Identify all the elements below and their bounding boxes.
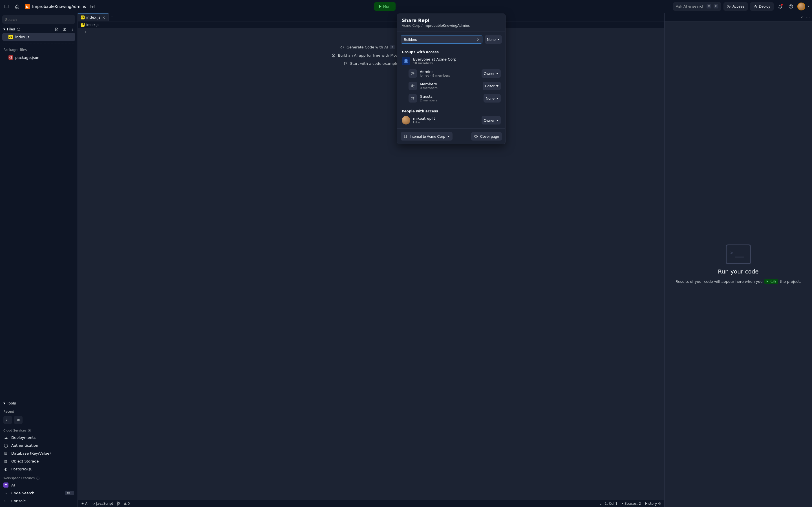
user-avatar-icon [402,116,410,124]
cover-page-button[interactable]: Cover page [471,132,502,140]
recent-label: Recent [0,406,78,414]
status-lang[interactable]: ‹› JavaScript [93,502,113,506]
clear-input-button[interactable]: × [476,37,480,42]
storage-icon: ▦ [3,459,8,463]
notification-dot-icon [781,4,783,6]
files-overflow-button[interactable]: ⋮ [70,27,74,31]
close-tab-button[interactable]: × [102,15,105,20]
search-icon: ⌕ [3,491,8,495]
recent-console-chip[interactable] [3,416,12,424]
status-ai[interactable]: ✦ AI [81,502,89,506]
role-dropdown-admins[interactable]: Owner [481,69,501,78]
chevron-down-icon [497,39,500,40]
path-bar: JS index.js [78,21,664,28]
info-icon[interactable] [36,476,40,480]
expand-pane-button[interactable]: ⤢ [801,15,804,19]
cloud-auth[interactable]: ◯Authentication [0,441,78,449]
user-avatar[interactable] [797,3,805,10]
ai-search[interactable]: Ask AI & search ⌘ K [673,2,721,11]
group-icon [409,94,417,103]
group-icon [409,82,417,90]
cloud-postgres[interactable]: ◐PostgreSQL [0,465,78,473]
console-run-chip: Run [764,279,778,284]
status-history[interactable]: History ⟲ [645,502,661,506]
tools-label: Tools [7,401,16,405]
access-button[interactable]: Access [723,2,748,11]
group-icon [409,69,417,78]
svg-point-8 [755,6,755,6]
workspace-codesearch[interactable]: ⌕Code Search⌘⇧F [0,489,78,497]
pane-overflow-button[interactable]: ⋯ [806,15,810,19]
help-button[interactable] [786,2,795,11]
cloud-deployments[interactable]: ☁Deployments [0,434,78,441]
status-errors[interactable]: 0 [117,502,120,506]
run-label: Run [383,4,391,9]
share-search-input-wrap[interactable]: × [401,35,483,44]
ph-start[interactable]: Start with a code example [344,61,398,66]
chevron-down-icon [496,73,499,74]
rocket-icon [753,4,757,8]
files-section-header[interactable]: ▾ Files ⋮ [0,26,78,33]
kbd-key: K [714,4,718,8]
ai-icon: ✦ [3,483,8,488]
share-title: Share Repl [402,18,501,23]
users-icon [727,4,731,8]
visibility-dropdown[interactable]: Internal to Acme Corp [401,132,453,140]
new-folder-button[interactable] [63,27,66,31]
sidebar-search-input[interactable] [2,15,75,24]
group-guests: Guests 2 members None [407,93,502,104]
recent-shell-chip[interactable] [14,416,22,424]
svg-point-5 [728,5,729,6]
new-tab-button[interactable]: ＋ [109,13,116,21]
file-item-index[interactable]: JS index.js [2,33,75,41]
status-spaces[interactable]: • Spaces: 2 [621,502,641,506]
editor-body[interactable]: 1 Generate Code with AI ⌘ I Build an AI … [78,28,664,500]
notifications-button[interactable] [776,2,784,11]
layout-button[interactable] [88,2,97,11]
packager-label: Packager files [0,45,78,53]
path-text: index.js [86,23,99,27]
cloud-label: Cloud Services [0,425,78,434]
cloud-database[interactable]: ▤Database (Key/Value) [0,449,78,457]
home-button[interactable] [13,2,21,11]
chevron-down-icon: ▾ [3,401,5,405]
tools-section-header[interactable]: ▾ Tools [0,400,78,406]
svg-point-27 [413,85,414,86]
run-button[interactable]: Run [374,2,396,11]
invite-role-dropdown[interactable]: None [485,35,502,44]
deploy-button[interactable]: Deploy [750,2,774,11]
tab-indexjs[interactable]: JS index.js × [78,13,109,21]
new-file-button[interactable] [55,27,59,31]
status-position[interactable]: Ln 1, Col 1 [599,502,617,506]
role-dropdown-person[interactable]: Owner [481,116,501,124]
svg-point-29 [413,98,414,98]
ph-generate[interactable]: Generate Code with AI ⌘ I [340,45,402,49]
chevron-down-icon [496,98,499,99]
workspace-ai[interactable]: ✦AI [0,481,78,489]
info-icon[interactable] [28,429,31,432]
workspace-console[interactable]: ›_Console [0,497,78,505]
role-dropdown-members[interactable]: Editor [483,82,501,90]
svg-point-28 [412,97,413,98]
cloud-storage[interactable]: ▦Object Storage [0,457,78,465]
play-icon [379,5,382,8]
share-search-input[interactable] [403,37,476,42]
replit-logo-icon: ◣ [25,4,30,9]
role-dropdown-guests[interactable]: None [484,94,501,103]
chevron-down-icon [496,120,499,121]
svg-point-26 [412,84,413,86]
sidebar-toggle-button[interactable] [2,2,11,11]
sync-icon[interactable] [17,27,20,31]
person-row: mikeatreplit Hike Owner [401,115,502,126]
svg-point-24 [412,72,413,73]
avatar-menu-chevron-icon[interactable] [808,6,810,7]
file-item-packagejson[interactable]: {} package.json [2,54,75,61]
repl-name: ImprobableKnowingAdmins [32,4,86,9]
workspace-label: Workspace Features [0,473,78,481]
repl-title[interactable]: ◣ ImprobableKnowingAdmins [25,4,86,9]
console-placeholder-icon [726,244,751,264]
console-icon: ›_ [3,499,8,503]
postgres-icon: ◐ [3,467,8,471]
status-warns[interactable]: 0 [124,502,130,506]
file-name: index.js [15,35,29,39]
